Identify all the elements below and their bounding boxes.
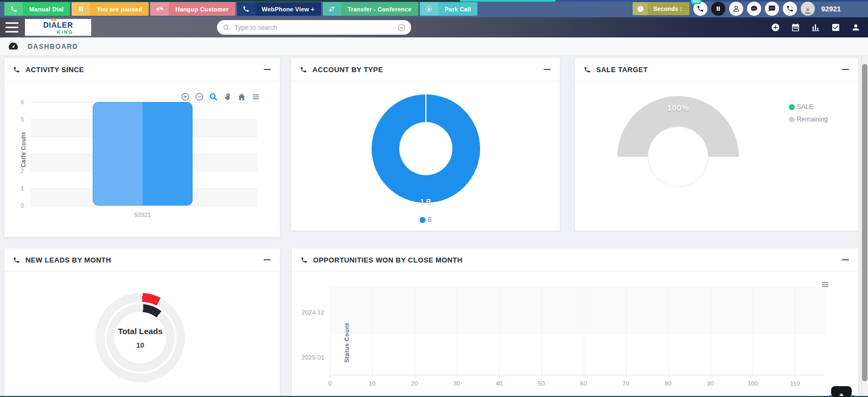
x-tick-label: 20: [411, 380, 418, 387]
logo-text-top: DIALER: [43, 21, 73, 29]
manual-dial-label: Manual Dial: [23, 2, 70, 16]
x-gridline: [457, 287, 457, 375]
scrollbar-thumb[interactable]: [862, 64, 867, 381]
y-category-label: 2025-01: [302, 354, 324, 361]
dashboard-icon: [8, 41, 19, 52]
legend-label: B: [427, 216, 432, 223]
phone-icon: [584, 66, 591, 73]
transfer-conference-button[interactable]: Transfer - Conference: [323, 2, 418, 16]
user-icon[interactable]: [851, 23, 860, 32]
x-tick-label: 30: [453, 380, 460, 387]
sms-button[interactable]: [765, 2, 779, 16]
reports-icon[interactable]: [811, 23, 820, 32]
zoom-out-icon[interactable]: [195, 92, 204, 101]
card-title: OPPORTUNITIES WON BY CLOSE MONTH: [313, 256, 462, 264]
seconds-label: Seconds :: [653, 5, 682, 12]
x-gridline: [372, 287, 373, 375]
tasks-icon[interactable]: [831, 23, 840, 32]
call-control-bar: Manual Dial You are paused Hangup Custom…: [0, 0, 868, 17]
add-icon[interactable]: [771, 23, 780, 32]
gauge-legend: SALERemaining: [789, 103, 828, 123]
x-tick-label: 10: [369, 380, 376, 387]
pan-icon[interactable]: [223, 92, 232, 101]
hangup-customer-button[interactable]: Hangup Customer: [150, 2, 235, 16]
radial-center-label: Total Leads: [118, 326, 162, 336]
park-call-button[interactable]: Park Call: [420, 2, 478, 16]
x-tick-label: 70: [622, 380, 629, 387]
x-tick-label: 110: [790, 380, 800, 387]
legend-item[interactable]: SALE: [789, 103, 828, 111]
y-tick-label: 2: [21, 168, 24, 174]
topbar-right-group: Seconds : NO 9292: [633, 2, 841, 16]
chart-menu-icon[interactable]: [251, 92, 260, 101]
scrollbar[interactable]: [861, 56, 868, 397]
x-tick-label: 0: [328, 380, 331, 387]
collapse-button[interactable]: [842, 66, 850, 73]
radial-ring-inner: Total Leads 10: [106, 304, 174, 372]
radial-center-value: 10: [136, 341, 144, 349]
navbar-icons: [771, 23, 860, 32]
user-avatar[interactable]: [801, 2, 815, 16]
chevron-down-icon[interactable]: [397, 23, 406, 32]
page-title: DASHBOARD: [28, 43, 78, 50]
y-tick-label: 1: [21, 185, 24, 191]
card-title: ACTIVITY SINCE: [25, 66, 84, 74]
card-title: SALE TARGET: [596, 66, 648, 74]
legend-label: SALE: [797, 103, 814, 111]
clock-icon: [633, 2, 648, 15]
phone-icon: [4, 2, 23, 16]
account-by-type-header: ACCOUNT BY TYPE: [291, 58, 560, 81]
up-arrow-icon: [839, 393, 844, 396]
activity-since-header: ACTIVITY SINCE: [4, 58, 280, 81]
collapse-button[interactable]: [264, 66, 271, 73]
x-gridline: [330, 287, 330, 375]
activity-since-card: ACTIVITY SINCE Calls Count 92921 0123456: [4, 58, 280, 237]
calendar-icon[interactable]: [791, 23, 800, 32]
phone-slash-icon: [150, 2, 169, 16]
collapse-button[interactable]: [842, 256, 850, 264]
x-tick-label: 80: [665, 380, 672, 387]
new-leads-header: NEW LEADS BY MONTH: [4, 248, 280, 272]
search-icon: [222, 24, 230, 31]
home-icon[interactable]: [237, 92, 246, 101]
agent-profile-button[interactable]: [729, 2, 743, 16]
pause-toggle-button[interactable]: [711, 2, 725, 16]
selection-zoom-icon[interactable]: [209, 92, 218, 101]
x-tick-label: 40: [495, 380, 502, 387]
bar-chart-plot: 92921 0123456: [30, 102, 257, 206]
webphone-view-button[interactable]: WebPhone View +: [237, 2, 321, 16]
gauge-value-label: 100%: [617, 103, 739, 112]
zoom-in-icon[interactable]: [181, 92, 190, 101]
no-status-badge: NO: [691, 0, 702, 4]
call-control-buttons: Manual Dial You are paused Hangup Custom…: [4, 2, 477, 16]
pause-icon: [72, 2, 90, 16]
pause-status-button[interactable]: You are paused: [72, 2, 149, 16]
legend-item[interactable]: Remaining: [789, 116, 828, 123]
legend-marker: [419, 217, 425, 223]
logo-text-bottom: KING: [43, 30, 74, 35]
phone-icon: [300, 66, 307, 73]
crown-icon: [50, 17, 57, 21]
search-input[interactable]: [234, 24, 397, 31]
dialerking-logo[interactable]: DIALER KING: [25, 19, 91, 36]
x-gridline: [752, 287, 753, 375]
sale-target-header: SALE TARGET: [575, 58, 858, 81]
legend-item[interactable]: B: [419, 216, 432, 223]
collapse-button[interactable]: [264, 256, 271, 264]
x-axis: 0102030405060708090100110: [330, 377, 825, 389]
webphone-status-button[interactable]: NO: [693, 2, 707, 16]
manual-dial-button[interactable]: Manual Dial: [4, 2, 70, 16]
x-tick-label: 92921: [135, 212, 151, 218]
chat-button[interactable]: [747, 2, 761, 16]
phone-icon: [13, 257, 20, 264]
x-gridline: [414, 287, 415, 375]
collapse-button[interactable]: [544, 66, 551, 73]
phone-call-button[interactable]: [783, 2, 797, 16]
menu-toggle-button[interactable]: [5, 22, 18, 33]
breadcrumb: DASHBOARD: [0, 37, 868, 56]
x-gridline: [795, 287, 795, 375]
pause-status-label: You are paused: [90, 2, 149, 16]
transfer-conference-label: Transfer - Conference: [341, 2, 418, 16]
x-gridline: [541, 287, 542, 375]
scroll-top-button[interactable]: [831, 386, 852, 397]
